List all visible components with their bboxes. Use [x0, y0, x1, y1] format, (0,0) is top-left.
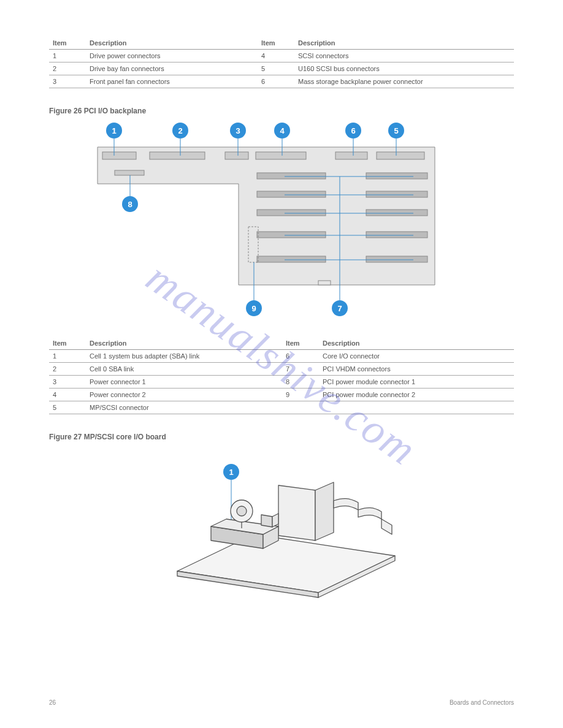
table-25: Item Description Item Description 1 Driv…	[49, 37, 514, 88]
table-26: Item Description Item Description 1 Cell…	[49, 337, 514, 414]
figure-26-leaders	[91, 123, 472, 325]
figure-27: 1	[150, 449, 413, 608]
section-title: Boards and Connectors	[450, 699, 514, 706]
page-content: Item Description Item Description 1 Driv…	[49, 37, 514, 608]
table-row: 1 Drive power connectors 4 SCSI connecto…	[49, 50, 514, 63]
table-row: 5 MP/SCSI connector	[49, 401, 514, 414]
th-desc: Description	[86, 337, 282, 350]
th-desc2: Description	[294, 37, 514, 50]
th-item2: Item	[258, 37, 294, 50]
th-item2: Item	[282, 337, 319, 350]
figure-26-title: Figure 26 PCI I/O backplane	[49, 107, 514, 115]
table-row: 2 Cell 0 SBA link 7 PCI VHDM connectors	[49, 363, 514, 376]
figure-26: 1 2 3 4 6 5 8 9 7	[91, 123, 472, 325]
table-row: 4 Power connector 2 9 PCI power module c…	[49, 389, 514, 401]
figure-27-illustration	[150, 449, 413, 608]
table-row: 2 Drive bay fan connectors 5 U160 SCSI b…	[49, 63, 514, 75]
table-row: 3 Power connector 1 8 PCI power module c…	[49, 376, 514, 389]
th-desc2: Description	[319, 337, 514, 350]
figure-27-title: Figure 27 MP/SCSI core I/O board	[49, 433, 514, 441]
svg-point-35	[237, 506, 247, 516]
th-item: Item	[49, 337, 86, 350]
page-number: 26	[49, 699, 56, 706]
th-desc: Description	[86, 37, 258, 50]
table-row: 3 Front panel fan connectors 6 Mass stor…	[49, 75, 514, 88]
th-item: Item	[49, 37, 86, 50]
page-footer: 26 Boards and Connectors	[49, 699, 514, 706]
table-row: 1 Cell 1 system bus adapter (SBA) link 6…	[49, 350, 514, 363]
